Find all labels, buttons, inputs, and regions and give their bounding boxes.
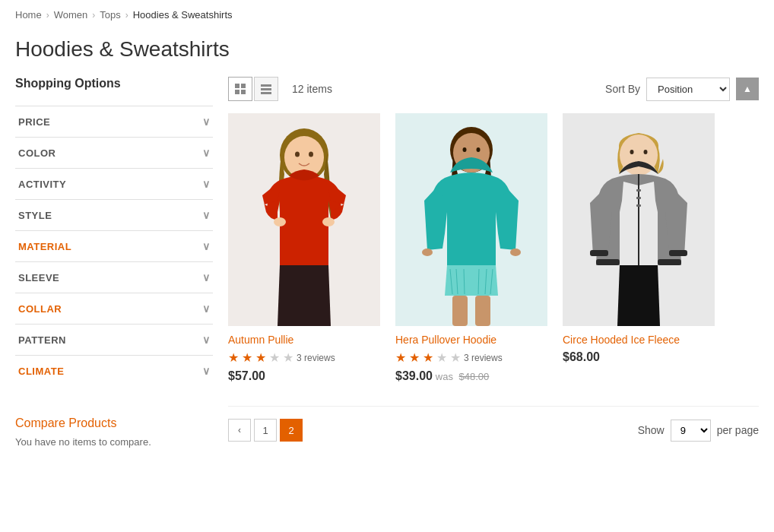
chevron-down-icon: ∨ [202, 178, 211, 190]
breadcrumb-sep-3: › [125, 10, 128, 21]
sort-select[interactable]: Position Name Price [646, 78, 730, 101]
product-rating-hera: ★ ★ ★ ★ ★ 3 reviews [395, 350, 547, 365]
svg-rect-3 [241, 90, 246, 94]
filter-price-label: PRICE [18, 116, 50, 128]
product-card-circe: Circe Hooded Ice Fleece $68.00 [563, 113, 715, 383]
list-icon [260, 83, 272, 95]
filter-pattern-label: PATTERN [18, 334, 66, 346]
filter-pattern-header[interactable]: PATTERN ∨ [15, 325, 213, 355]
product-rating-autumn: ★ ★ ★ ★ ★ 3 reviews [228, 350, 380, 365]
svg-rect-1 [241, 84, 246, 88]
pagination-page-2[interactable]: 2 [280, 419, 303, 442]
filter-material-header[interactable]: MATERIAL ∨ [15, 231, 213, 261]
pagination-page-1[interactable]: 1 [254, 419, 277, 442]
filter-material[interactable]: MATERIAL ∨ [15, 230, 213, 261]
svg-point-10 [295, 152, 300, 157]
filter-price[interactable]: PRICE ∨ [15, 106, 213, 137]
per-page-section: Show 9 15 30 per page [638, 420, 759, 442]
autumn-product-illustration [228, 113, 380, 326]
svg-rect-4 [261, 84, 271, 87]
toolbar: 12 items Sort By Position Name Price ▲ [228, 77, 759, 101]
grid-icon [234, 83, 246, 95]
page-title: Hoodies & Sweatshirts [0, 30, 774, 77]
star-4: ★ [269, 350, 280, 365]
breadcrumb-sep-1: › [46, 10, 49, 21]
pagination-prev-button[interactable]: ‹ [228, 419, 251, 442]
toolbar-right: Sort By Position Name Price ▲ [605, 78, 759, 101]
items-count: 12 items [292, 83, 332, 95]
star-2: ★ [409, 350, 420, 365]
filter-climate-header[interactable]: CLIMATE ∨ [15, 356, 213, 386]
svg-point-26 [644, 150, 648, 154]
star-1: ★ [228, 350, 239, 365]
circe-product-illustration [563, 113, 715, 326]
sort-asc-icon: ▲ [743, 84, 752, 94]
svg-rect-0 [235, 84, 239, 88]
per-page-show-label: Show [638, 424, 665, 436]
chevron-down-icon: ∨ [202, 209, 211, 221]
breadcrumb-current: Hoodies & Sweatshirts [133, 9, 233, 21]
product-price-autumn: $57.00 [228, 369, 380, 383]
svg-point-17 [463, 147, 467, 152]
svg-rect-5 [261, 88, 271, 90]
star-4: ★ [436, 350, 447, 365]
svg-rect-31 [596, 259, 620, 265]
sidebar: Shopping Options PRICE ∨ COLOR ∨ ACTIVIT… [15, 77, 213, 448]
filter-style[interactable]: STYLE ∨ [15, 199, 213, 230]
compare-section: Compare Products You have no items to co… [15, 404, 213, 448]
product-was-price-hera: $48.00 [459, 371, 490, 382]
svg-point-11 [309, 152, 313, 157]
product-name-autumn[interactable]: Autumn Pullie [228, 334, 380, 346]
svg-rect-20 [475, 296, 490, 326]
breadcrumb-women[interactable]: Women [54, 9, 88, 21]
product-name-hera[interactable]: Hera Pullover Hoodie [395, 334, 547, 346]
filter-collar-header[interactable]: COLLAR ∨ [15, 293, 213, 324]
breadcrumb-tops[interactable]: Tops [100, 9, 120, 21]
filter-sleeve-label: SLEEVE [18, 272, 59, 283]
sort-direction-button[interactable]: ▲ [736, 78, 759, 100]
filter-activity[interactable]: ACTIVITY ∨ [15, 168, 213, 199]
grid-view-button[interactable] [228, 77, 252, 101]
filter-price-header[interactable]: PRICE ∨ [15, 106, 213, 137]
star-1: ★ [395, 350, 406, 365]
breadcrumb-home[interactable]: Home [15, 9, 42, 21]
star-2: ★ [242, 350, 252, 365]
chevron-down-icon: ∨ [202, 240, 211, 252]
svg-rect-19 [452, 296, 468, 326]
star-3: ★ [423, 350, 433, 365]
list-view-button[interactable] [254, 77, 278, 101]
svg-rect-34 [669, 250, 687, 256]
star-5: ★ [450, 350, 461, 365]
product-name-circe[interactable]: Circe Hooded Ice Fleece [563, 334, 715, 346]
chevron-down-icon: ∨ [202, 365, 211, 377]
filter-pattern[interactable]: PATTERN ∨ [15, 324, 213, 355]
sort-label: Sort By [605, 83, 640, 95]
filter-style-header[interactable]: STYLE ∨ [15, 200, 213, 230]
svg-rect-30 [636, 204, 641, 207]
product-reviews-autumn: 3 reviews [297, 353, 335, 363]
compare-title: Compare Products [15, 416, 213, 430]
filter-color-header[interactable]: COLOR ∨ [15, 138, 213, 168]
pagination-area: ‹ 1 2 Show 9 15 30 per page [228, 406, 759, 442]
chevron-down-icon: ∨ [202, 334, 211, 346]
chevron-down-icon: ∨ [202, 271, 211, 283]
product-price-circe: $68.00 [563, 350, 715, 364]
pagination: ‹ 1 2 [228, 419, 303, 442]
hera-product-illustration [395, 113, 547, 326]
product-image-hera [395, 113, 547, 326]
filter-sleeve[interactable]: SLEEVE ∨ [15, 261, 213, 293]
product-reviews-hera: 3 reviews [464, 353, 503, 363]
filter-climate[interactable]: CLIMATE ∨ [15, 355, 213, 386]
chevron-down-icon: ∨ [202, 302, 211, 315]
filter-activity-header[interactable]: ACTIVITY ∨ [15, 169, 213, 199]
products-grid: Autumn Pullie ★ ★ ★ ★ ★ 3 reviews $57.00 [228, 113, 759, 383]
per-page-select[interactable]: 9 15 30 [671, 420, 711, 442]
breadcrumb: Home › Women › Tops › Hoodies & Sweatshi… [0, 0, 774, 30]
per-page-label: per page [717, 424, 759, 436]
filter-collar[interactable]: COLLAR ∨ [15, 293, 213, 324]
chevron-down-icon: ∨ [202, 147, 211, 159]
filter-sleeve-header[interactable]: SLEEVE ∨ [15, 262, 213, 293]
svg-rect-29 [636, 197, 641, 199]
filter-color[interactable]: COLOR ∨ [15, 137, 213, 168]
svg-point-21 [422, 249, 433, 256]
